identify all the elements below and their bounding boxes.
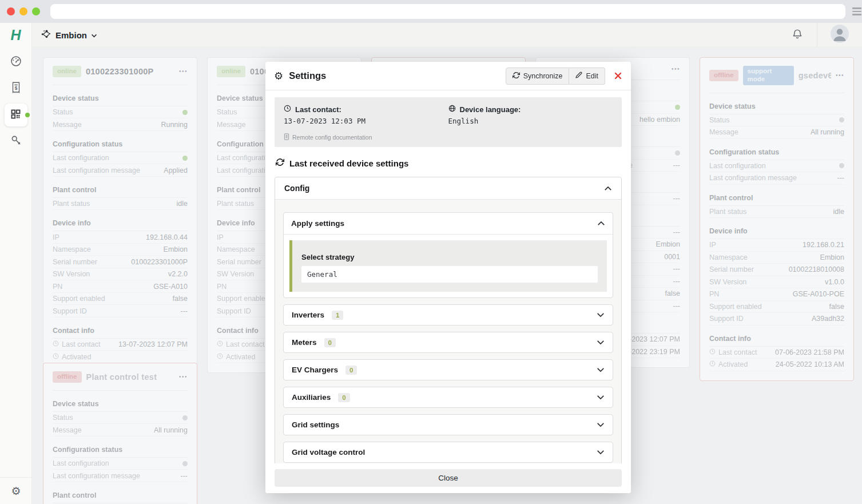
card-title: 0100223301000P bbox=[86, 67, 154, 76]
row-label: Last contact bbox=[53, 340, 100, 348]
card-row: IP192.168.0.21 bbox=[709, 239, 844, 252]
bell-icon bbox=[792, 27, 803, 42]
card-menu-button[interactable]: ••• bbox=[672, 66, 680, 72]
row-value: GSE-A010 bbox=[153, 283, 188, 291]
row-value: --- bbox=[181, 472, 188, 480]
card-section-heading: Contact info bbox=[709, 330, 844, 347]
card-section-heading: Device status bbox=[709, 97, 844, 114]
card-section-heading: Plant control bbox=[53, 486, 188, 503]
sidebar-item-settings[interactable]: ⚙ bbox=[0, 477, 32, 504]
device-card: online0100223301000P•••Device statusStat… bbox=[43, 57, 197, 373]
sidebar-item-dashboard[interactable] bbox=[5, 51, 27, 74]
edit-button[interactable]: Edit bbox=[569, 68, 605, 85]
status-dot-icon bbox=[182, 415, 188, 420]
row-label: PN bbox=[217, 283, 227, 291]
sidebar-item-access-keys[interactable] bbox=[5, 130, 27, 153]
accordion-ev-chargers[interactable]: EV Chargers0 bbox=[283, 359, 613, 380]
card-row: Serial number0100223301000P bbox=[53, 256, 188, 268]
clock-icon bbox=[284, 105, 291, 114]
device-info-panel: Last contact: 13-07-2023 12:03 PM Device… bbox=[275, 97, 622, 147]
invoice-icon: $ bbox=[10, 81, 22, 96]
select-strategy-label: Select strategy bbox=[301, 253, 598, 261]
card-section-heading: Configuration status bbox=[53, 135, 188, 152]
gear-icon: ⚙ bbox=[11, 485, 21, 497]
count-badge: 0 bbox=[324, 338, 336, 347]
card-section-heading: Device info bbox=[709, 222, 844, 239]
row-label: IP bbox=[217, 233, 224, 241]
browser-menu-icon[interactable] bbox=[852, 7, 861, 15]
row-value: --- bbox=[181, 307, 188, 315]
traffic-light-minimize[interactable] bbox=[19, 7, 27, 15]
accordion-auxiliaries[interactable]: Auxiliaries0 bbox=[283, 387, 613, 408]
status-badge: offline bbox=[53, 371, 82, 383]
row-label: Message bbox=[217, 121, 246, 129]
config-accordion-header[interactable]: Config bbox=[275, 177, 621, 200]
row-label: Status bbox=[217, 108, 237, 116]
address-bar[interactable] bbox=[50, 4, 845, 19]
card-row: Support ID--- bbox=[53, 305, 188, 318]
accordion-meters[interactable]: Meters0 bbox=[283, 332, 613, 353]
row-label: SW Version bbox=[709, 278, 746, 286]
row-value: v1.0.0 bbox=[825, 278, 844, 286]
count-badge: 0 bbox=[338, 393, 349, 402]
card-menu-button[interactable]: ••• bbox=[179, 68, 188, 74]
logo-letter: H bbox=[10, 27, 21, 43]
gauge-icon bbox=[10, 55, 22, 70]
remote-config-doc-link[interactable]: Remote config documentation bbox=[284, 133, 613, 141]
clock-icon bbox=[53, 353, 59, 361]
row-value: All running bbox=[811, 128, 844, 136]
status-badge: support mode bbox=[743, 66, 794, 85]
row-label: Plant status bbox=[217, 200, 254, 208]
sidebar-item-devices[interactable] bbox=[5, 104, 27, 126]
row-label: Status bbox=[709, 116, 729, 124]
close-icon[interactable] bbox=[614, 72, 622, 80]
card-menu-button[interactable]: ••• bbox=[179, 374, 188, 380]
row-label: Support enabled bbox=[217, 295, 269, 303]
synchronize-button[interactable]: Synchronize bbox=[506, 68, 570, 85]
clock-icon bbox=[217, 353, 223, 361]
accordion-grid-voltage-control[interactable]: Grid voltage control bbox=[283, 442, 613, 463]
row-label: Activated bbox=[53, 353, 91, 361]
row-value: --- bbox=[673, 195, 681, 203]
modal-title: Settings bbox=[289, 70, 326, 81]
chevron-down-icon bbox=[597, 450, 605, 455]
chevron-up-icon bbox=[604, 186, 612, 191]
gear-icon: ⚙ bbox=[274, 70, 283, 82]
apply-settings-header[interactable]: Apply settings bbox=[284, 213, 613, 235]
row-label: Last configuration bbox=[53, 154, 109, 162]
card-row: Last contact13-07-2023 12:07 PM bbox=[53, 339, 188, 351]
user-menu-button[interactable] bbox=[817, 23, 862, 47]
card-row: Last configuration message--- bbox=[709, 172, 844, 185]
card-header: offlinePlant control test••• bbox=[53, 371, 188, 383]
card-section-heading: Plant control bbox=[53, 181, 188, 198]
clock-icon bbox=[709, 360, 716, 368]
row-label: Serial number bbox=[709, 265, 754, 273]
traffic-light-zoom[interactable] bbox=[32, 7, 40, 15]
workspace-selector[interactable]: Embion bbox=[40, 28, 97, 42]
sidebar: $ ⚙ bbox=[0, 47, 32, 504]
strategy-select-field[interactable]: General bbox=[301, 266, 598, 283]
traffic-light-close[interactable] bbox=[7, 7, 15, 15]
svg-text:$: $ bbox=[14, 86, 17, 91]
browser-chrome bbox=[0, 0, 862, 23]
card-menu-button[interactable]: ••• bbox=[836, 72, 844, 78]
last-contact-label: Last contact: bbox=[284, 105, 448, 114]
card-header: online0100223301000P••• bbox=[53, 66, 188, 77]
row-label: Last contact bbox=[217, 340, 264, 348]
card-section-heading: Device info bbox=[53, 214, 188, 231]
notifications-button[interactable] bbox=[778, 23, 817, 47]
accordion-label: Grid settings bbox=[292, 420, 339, 429]
app-logo[interactable]: H bbox=[0, 23, 32, 47]
close-button[interactable]: Close bbox=[275, 469, 622, 487]
card-row: SW Versionv2.2.0 bbox=[53, 268, 188, 281]
accordion-label: Grid voltage control bbox=[292, 448, 365, 457]
refresh-icon bbox=[513, 72, 520, 81]
row-label: PN bbox=[709, 290, 719, 298]
accordion-grid-settings[interactable]: Grid settings bbox=[283, 414, 613, 435]
sidebar-item-billing[interactable]: $ bbox=[5, 77, 27, 100]
card-row: Status bbox=[53, 412, 188, 424]
row-label: Support enabled bbox=[53, 295, 105, 303]
accordion-inverters[interactable]: Inverters1 bbox=[283, 304, 613, 326]
card-row: NamespaceEmbion bbox=[709, 252, 844, 264]
last-contact-value: 13-07-2023 12:03 PM bbox=[284, 117, 448, 125]
